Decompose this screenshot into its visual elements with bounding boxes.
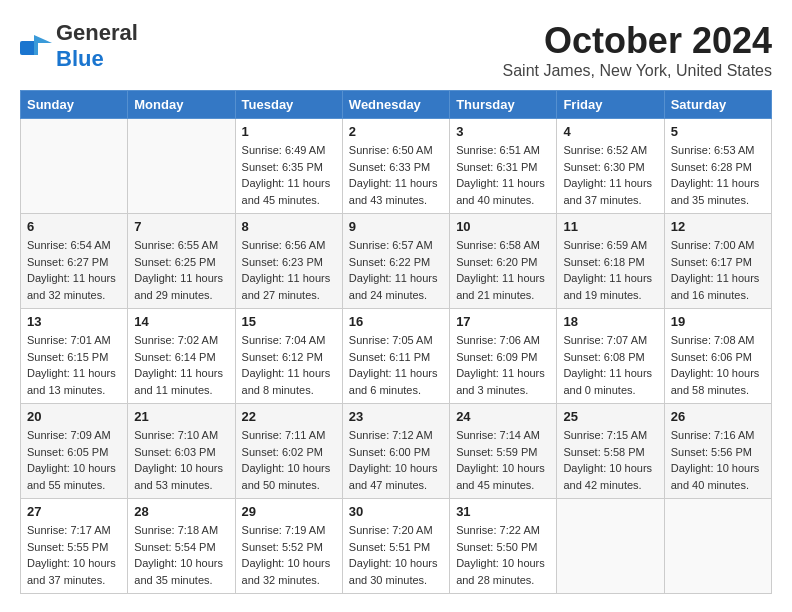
day-info: Sunrise: 6:58 AM Sunset: 6:20 PM Dayligh… — [456, 237, 550, 303]
col-header-monday: Monday — [128, 91, 235, 119]
col-header-sunday: Sunday — [21, 91, 128, 119]
calendar-cell: 27Sunrise: 7:17 AM Sunset: 5:55 PM Dayli… — [21, 499, 128, 594]
calendar-cell: 20Sunrise: 7:09 AM Sunset: 6:05 PM Dayli… — [21, 404, 128, 499]
day-info: Sunrise: 7:08 AM Sunset: 6:06 PM Dayligh… — [671, 332, 765, 398]
calendar-cell: 24Sunrise: 7:14 AM Sunset: 5:59 PM Dayli… — [450, 404, 557, 499]
calendar-cell: 5Sunrise: 6:53 AM Sunset: 6:28 PM Daylig… — [664, 119, 771, 214]
day-number: 10 — [456, 219, 550, 234]
day-number: 28 — [134, 504, 228, 519]
day-info: Sunrise: 7:19 AM Sunset: 5:52 PM Dayligh… — [242, 522, 336, 588]
calendar-cell: 29Sunrise: 7:19 AM Sunset: 5:52 PM Dayli… — [235, 499, 342, 594]
page-subtitle: Saint James, New York, United States — [503, 62, 772, 80]
header-row: SundayMondayTuesdayWednesdayThursdayFrid… — [21, 91, 772, 119]
day-info: Sunrise: 7:06 AM Sunset: 6:09 PM Dayligh… — [456, 332, 550, 398]
day-number: 14 — [134, 314, 228, 329]
day-info: Sunrise: 6:57 AM Sunset: 6:22 PM Dayligh… — [349, 237, 443, 303]
day-number: 27 — [27, 504, 121, 519]
day-number: 5 — [671, 124, 765, 139]
day-info: Sunrise: 7:00 AM Sunset: 6:17 PM Dayligh… — [671, 237, 765, 303]
day-number: 30 — [349, 504, 443, 519]
week-row: 20Sunrise: 7:09 AM Sunset: 6:05 PM Dayli… — [21, 404, 772, 499]
day-number: 21 — [134, 409, 228, 424]
day-number: 19 — [671, 314, 765, 329]
calendar-cell: 14Sunrise: 7:02 AM Sunset: 6:14 PM Dayli… — [128, 309, 235, 404]
col-header-thursday: Thursday — [450, 91, 557, 119]
calendar-cell: 30Sunrise: 7:20 AM Sunset: 5:51 PM Dayli… — [342, 499, 449, 594]
calendar-cell: 21Sunrise: 7:10 AM Sunset: 6:03 PM Dayli… — [128, 404, 235, 499]
calendar-cell: 7Sunrise: 6:55 AM Sunset: 6:25 PM Daylig… — [128, 214, 235, 309]
col-header-saturday: Saturday — [664, 91, 771, 119]
day-info: Sunrise: 6:59 AM Sunset: 6:18 PM Dayligh… — [563, 237, 657, 303]
title-block: October 2024 Saint James, New York, Unit… — [503, 20, 772, 80]
calendar-cell: 11Sunrise: 6:59 AM Sunset: 6:18 PM Dayli… — [557, 214, 664, 309]
calendar-cell: 10Sunrise: 6:58 AM Sunset: 6:20 PM Dayli… — [450, 214, 557, 309]
calendar-cell: 3Sunrise: 6:51 AM Sunset: 6:31 PM Daylig… — [450, 119, 557, 214]
day-number: 18 — [563, 314, 657, 329]
calendar-cell: 13Sunrise: 7:01 AM Sunset: 6:15 PM Dayli… — [21, 309, 128, 404]
calendar-cell: 1Sunrise: 6:49 AM Sunset: 6:35 PM Daylig… — [235, 119, 342, 214]
day-number: 6 — [27, 219, 121, 234]
day-number: 4 — [563, 124, 657, 139]
day-number: 13 — [27, 314, 121, 329]
calendar-cell: 15Sunrise: 7:04 AM Sunset: 6:12 PM Dayli… — [235, 309, 342, 404]
day-info: Sunrise: 7:10 AM Sunset: 6:03 PM Dayligh… — [134, 427, 228, 493]
calendar-cell: 18Sunrise: 7:07 AM Sunset: 6:08 PM Dayli… — [557, 309, 664, 404]
day-number: 24 — [456, 409, 550, 424]
calendar-cell: 28Sunrise: 7:18 AM Sunset: 5:54 PM Dayli… — [128, 499, 235, 594]
calendar-cell — [664, 499, 771, 594]
day-info: Sunrise: 7:22 AM Sunset: 5:50 PM Dayligh… — [456, 522, 550, 588]
day-info: Sunrise: 7:12 AM Sunset: 6:00 PM Dayligh… — [349, 427, 443, 493]
day-info: Sunrise: 6:56 AM Sunset: 6:23 PM Dayligh… — [242, 237, 336, 303]
day-number: 16 — [349, 314, 443, 329]
day-info: Sunrise: 6:51 AM Sunset: 6:31 PM Dayligh… — [456, 142, 550, 208]
calendar-cell: 2Sunrise: 6:50 AM Sunset: 6:33 PM Daylig… — [342, 119, 449, 214]
calendar-cell: 31Sunrise: 7:22 AM Sunset: 5:50 PM Dayli… — [450, 499, 557, 594]
day-info: Sunrise: 7:18 AM Sunset: 5:54 PM Dayligh… — [134, 522, 228, 588]
calendar-cell: 16Sunrise: 7:05 AM Sunset: 6:11 PM Dayli… — [342, 309, 449, 404]
calendar-cell — [21, 119, 128, 214]
page-header: GeneralBlue October 2024 Saint James, Ne… — [20, 20, 772, 80]
calendar-cell: 6Sunrise: 6:54 AM Sunset: 6:27 PM Daylig… — [21, 214, 128, 309]
day-number: 26 — [671, 409, 765, 424]
day-info: Sunrise: 6:50 AM Sunset: 6:33 PM Dayligh… — [349, 142, 443, 208]
day-info: Sunrise: 6:54 AM Sunset: 6:27 PM Dayligh… — [27, 237, 121, 303]
calendar-cell: 8Sunrise: 6:56 AM Sunset: 6:23 PM Daylig… — [235, 214, 342, 309]
day-number: 20 — [27, 409, 121, 424]
calendar-cell: 4Sunrise: 6:52 AM Sunset: 6:30 PM Daylig… — [557, 119, 664, 214]
week-row: 1Sunrise: 6:49 AM Sunset: 6:35 PM Daylig… — [21, 119, 772, 214]
day-number: 15 — [242, 314, 336, 329]
day-number: 29 — [242, 504, 336, 519]
svg-marker-1 — [34, 35, 52, 55]
page-title: October 2024 — [503, 20, 772, 62]
calendar-cell: 12Sunrise: 7:00 AM Sunset: 6:17 PM Dayli… — [664, 214, 771, 309]
logo: GeneralBlue — [20, 20, 138, 72]
day-info: Sunrise: 7:05 AM Sunset: 6:11 PM Dayligh… — [349, 332, 443, 398]
calendar-cell: 23Sunrise: 7:12 AM Sunset: 6:00 PM Dayli… — [342, 404, 449, 499]
calendar-cell: 17Sunrise: 7:06 AM Sunset: 6:09 PM Dayli… — [450, 309, 557, 404]
day-info: Sunrise: 7:04 AM Sunset: 6:12 PM Dayligh… — [242, 332, 336, 398]
day-info: Sunrise: 7:11 AM Sunset: 6:02 PM Dayligh… — [242, 427, 336, 493]
day-number: 12 — [671, 219, 765, 234]
day-info: Sunrise: 7:20 AM Sunset: 5:51 PM Dayligh… — [349, 522, 443, 588]
day-number: 22 — [242, 409, 336, 424]
calendar-cell: 26Sunrise: 7:16 AM Sunset: 5:56 PM Dayli… — [664, 404, 771, 499]
day-number: 3 — [456, 124, 550, 139]
day-info: Sunrise: 7:16 AM Sunset: 5:56 PM Dayligh… — [671, 427, 765, 493]
calendar-cell: 19Sunrise: 7:08 AM Sunset: 6:06 PM Dayli… — [664, 309, 771, 404]
week-row: 27Sunrise: 7:17 AM Sunset: 5:55 PM Dayli… — [21, 499, 772, 594]
day-number: 31 — [456, 504, 550, 519]
day-number: 17 — [456, 314, 550, 329]
day-info: Sunrise: 6:53 AM Sunset: 6:28 PM Dayligh… — [671, 142, 765, 208]
day-info: Sunrise: 7:15 AM Sunset: 5:58 PM Dayligh… — [563, 427, 657, 493]
day-number: 8 — [242, 219, 336, 234]
day-info: Sunrise: 6:55 AM Sunset: 6:25 PM Dayligh… — [134, 237, 228, 303]
day-info: Sunrise: 7:17 AM Sunset: 5:55 PM Dayligh… — [27, 522, 121, 588]
logo-text: GeneralBlue — [56, 20, 138, 72]
calendar-cell: 9Sunrise: 6:57 AM Sunset: 6:22 PM Daylig… — [342, 214, 449, 309]
col-header-tuesday: Tuesday — [235, 91, 342, 119]
calendar-table: SundayMondayTuesdayWednesdayThursdayFrid… — [20, 90, 772, 594]
col-header-wednesday: Wednesday — [342, 91, 449, 119]
calendar-cell: 25Sunrise: 7:15 AM Sunset: 5:58 PM Dayli… — [557, 404, 664, 499]
day-number: 23 — [349, 409, 443, 424]
day-number: 25 — [563, 409, 657, 424]
